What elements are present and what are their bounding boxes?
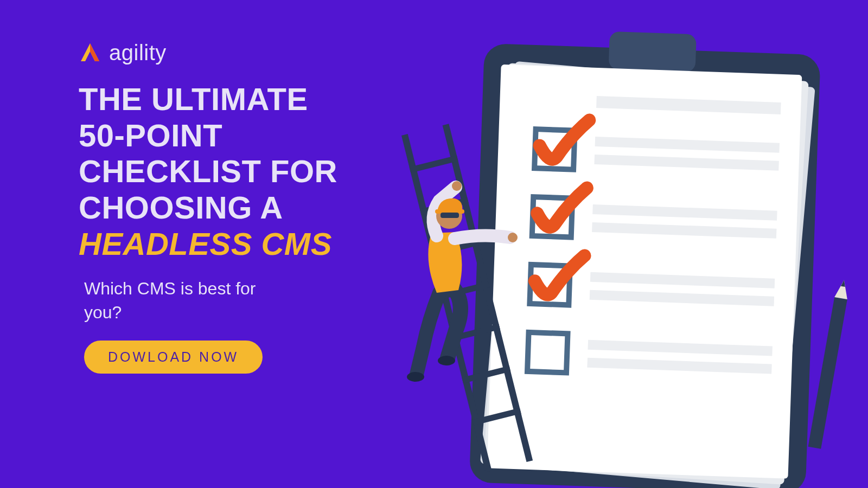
headline-accent: HEADLESS CMS <box>79 226 332 261</box>
svg-rect-18 <box>808 297 847 449</box>
svg-point-31 <box>438 356 455 365</box>
headline-line: CHECKLIST FOR <box>79 153 337 189</box>
svg-marker-19 <box>834 279 851 299</box>
svg-rect-36 <box>441 213 459 218</box>
agility-logo-icon <box>79 42 101 65</box>
svg-rect-1 <box>609 31 697 73</box>
svg-point-33 <box>452 181 462 191</box>
svg-point-32 <box>508 233 518 242</box>
subheading: Which CMS is best for you? <box>84 277 279 324</box>
svg-rect-23 <box>410 155 458 172</box>
hero-content: agility THE ULTIMATE 50-POINT CHECKLIST … <box>79 41 382 374</box>
headline-line: CHOOSING A <box>79 190 283 225</box>
brand-logo: agility <box>79 41 382 65</box>
download-button[interactable]: DOWLOAD NOW <box>84 341 263 374</box>
brand-name: agility <box>109 41 167 65</box>
headline-line: 50-POINT <box>79 118 222 153</box>
page-title: THE ULTIMATE 50-POINT CHECKLIST FOR CHOO… <box>79 81 382 262</box>
headline-line: THE ULTIMATE <box>79 81 308 117</box>
svg-marker-20 <box>841 280 846 287</box>
svg-point-30 <box>407 372 424 382</box>
clipboard-illustration <box>369 16 868 488</box>
